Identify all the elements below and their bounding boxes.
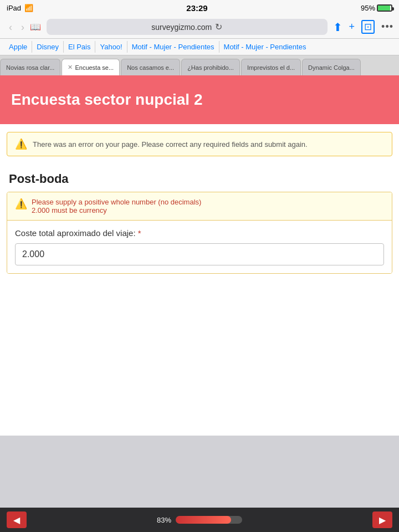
wifi-icon: 📶	[24, 4, 33, 12]
error-banner: ⚠️ There was an error on your page. Plea…	[7, 132, 392, 156]
url-bar[interactable]: surveygizmo.com ↻	[47, 19, 328, 35]
page-content: Encuesta sector nupcial 2 ⚠️ There was a…	[0, 75, 399, 436]
progress-fill	[176, 516, 231, 524]
cost-input[interactable]	[15, 243, 384, 265]
required-star: *	[138, 228, 141, 238]
bookmarks-bar: Apple Disney El Pais Yahoo! Motif - Muje…	[0, 39, 399, 55]
tab-close-1[interactable]: ✕	[68, 64, 73, 71]
error-banner-text: There was an error on your page. Please …	[33, 140, 308, 149]
progress-label: 83%	[157, 516, 171, 524]
browser-toolbar: ‹ › 📖 surveygizmo.com ↻ ⬆ + ⊡ •••	[0, 16, 399, 39]
tab-2[interactable]: Nos casamos e...	[121, 59, 180, 75]
status-bar: iPad 📶 23:29 95%	[0, 0, 399, 16]
warning-icon: ⚠️	[15, 138, 27, 150]
progress-track	[176, 516, 242, 524]
battery-container: 95%	[361, 4, 392, 12]
battery-fill	[378, 6, 390, 11]
question-label: Coste total aproximado del viaje: *	[15, 228, 384, 238]
bottom-forward-button[interactable]: ▶	[372, 511, 392, 528]
bookmark-apple[interactable]: Apple	[4, 41, 32, 53]
question-label-text: Coste total aproximado del viaje:	[15, 228, 136, 238]
question-warning-icon: ⚠️	[15, 198, 27, 210]
tab-3[interactable]: ¿Has prohibido...	[181, 59, 240, 75]
device-label: iPad	[7, 4, 21, 12]
tabs-button[interactable]: ⊡	[361, 20, 375, 34]
tab-0[interactable]: Novias rosa clar...	[0, 59, 60, 75]
section-title: Post-boda	[0, 164, 399, 192]
battery-percent: 95%	[361, 4, 375, 12]
status-right: 95%	[361, 4, 392, 12]
bottom-back-button[interactable]: ◀	[7, 511, 27, 528]
tab-5[interactable]: Dynamic Colga...	[302, 59, 361, 75]
question-error-messages: Please supply a positive whole number (n…	[32, 198, 201, 214]
question-inner: Coste total aproximado del viaje: *	[7, 221, 392, 273]
more-button[interactable]: •••	[381, 21, 393, 33]
share-button[interactable]: ⬆	[333, 21, 342, 34]
battery-icon	[377, 4, 392, 12]
tab-label-5: Dynamic Colga...	[308, 64, 355, 71]
page-title: Encuesta sector nupcial 2	[11, 91, 388, 109]
bookmark-yahoo[interactable]: Yahoo!	[95, 41, 127, 53]
page-header: Encuesta sector nupcial 2	[0, 75, 399, 124]
tab-label-2: Nos casamos e...	[127, 64, 174, 71]
status-left: iPad 📶	[7, 4, 33, 12]
toolbar-actions: ⬆ + ⊡ •••	[333, 20, 393, 34]
question-error-box: ⚠️ Please supply a positive whole number…	[7, 192, 392, 221]
status-time: 23:29	[186, 3, 207, 13]
bottom-bar: ◀ 83% ▶	[0, 508, 399, 532]
bookmark-elpais[interactable]: El Pais	[64, 41, 95, 53]
question-block: ⚠️ Please supply a positive whole number…	[7, 192, 392, 274]
forward-button[interactable]: ›	[18, 21, 28, 33]
tab-1[interactable]: ✕ Encuesta se...	[62, 59, 120, 75]
url-text: surveygizmo.com	[151, 23, 212, 32]
tabs-bar: Novias rosa clar... ✕ Encuesta se... Nos…	[0, 55, 399, 75]
bookmark-disney[interactable]: Disney	[32, 41, 64, 53]
question-error-line2: 2.000 must be currency	[32, 206, 201, 214]
nav-buttons: ‹ › 📖	[6, 21, 41, 33]
bookmark-motif1[interactable]: Motif - Mujer - Pendientes	[127, 41, 219, 53]
question-error-line1: Please supply a positive whole number (n…	[32, 198, 201, 206]
tab-label-0: Novias rosa clar...	[6, 64, 54, 71]
back-button[interactable]: ‹	[6, 21, 16, 33]
tab-label-4: Imprevistos el d...	[247, 64, 295, 71]
tab-label-3: ¿Has prohibido...	[187, 64, 234, 71]
reload-button[interactable]: ↻	[215, 22, 222, 32]
add-tab-button[interactable]: +	[349, 21, 355, 33]
reader-button[interactable]: 📖	[30, 22, 41, 32]
tab-4[interactable]: Imprevistos el d...	[241, 59, 301, 75]
bookmark-motif2[interactable]: Motif - Mujer - Pendientes	[219, 41, 311, 53]
tab-label-1: Encuesta se...	[75, 64, 114, 71]
progress-container: 83%	[157, 516, 242, 524]
